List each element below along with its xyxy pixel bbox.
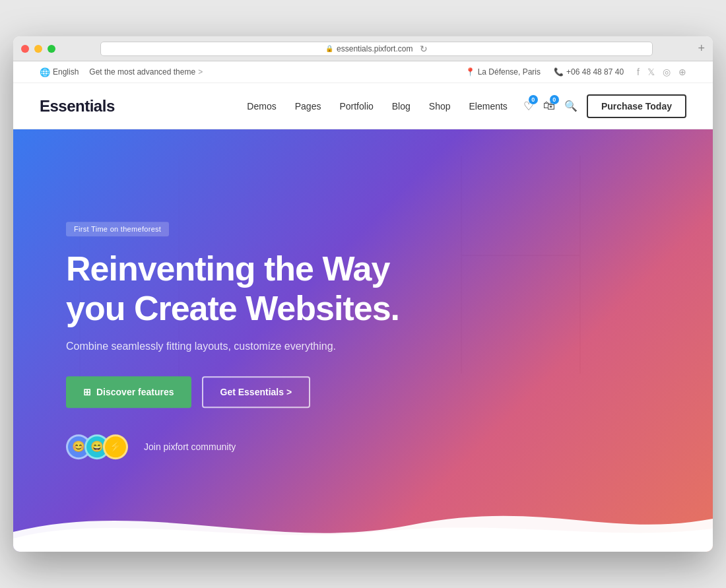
discover-label: Discover features <box>96 387 174 397</box>
wishlist-count: 0 <box>529 95 538 104</box>
nav-link-portfolio[interactable]: Portfolio <box>339 101 373 112</box>
phone-icon: 📞 <box>554 67 564 77</box>
topbar: 🌐 English Get the most advanced theme > … <box>13 61 713 83</box>
language-selector[interactable]: 🌐 English <box>40 67 79 77</box>
instagram-icon[interactable]: ◎ <box>663 67 671 77</box>
community-label: Join pixfort community <box>144 441 236 452</box>
nav-link-demos[interactable]: Demos <box>247 101 276 112</box>
cart-button[interactable]: 🛍 0 <box>543 99 555 113</box>
nav-item-portfolio[interactable]: Portfolio <box>339 100 373 112</box>
url-text: essentials.pixfort.com <box>337 44 412 53</box>
hero-section: First Time on themeforest Reinventing th… <box>13 129 713 552</box>
hero-buttons: ⊞ Discover features Get Essentials > <box>66 376 399 408</box>
dribbble-icon[interactable]: ⊕ <box>678 67 686 77</box>
address-bar[interactable]: 🔒 essentials.pixfort.com ↻ <box>100 42 653 56</box>
hero-wave <box>13 499 713 552</box>
phone-number: +06 48 48 87 40 <box>566 67 624 77</box>
nav-item-blog[interactable]: Blog <box>392 100 411 112</box>
promo-text: Get the most advanced theme <box>89 67 195 77</box>
browser-window: 🔒 essentials.pixfort.com ↻ + 🌐 English G… <box>13 36 713 552</box>
language-label: English <box>53 67 79 77</box>
search-icon: 🔍 <box>564 100 578 112</box>
nav-item-shop[interactable]: Shop <box>429 100 451 112</box>
phone-info[interactable]: 📞 +06 48 48 87 40 <box>554 67 624 77</box>
nav-item-elements[interactable]: Elements <box>469 100 508 112</box>
location-icon: 📍 <box>465 67 475 77</box>
wishlist-button[interactable]: ♡ 0 <box>523 99 534 114</box>
website-content: 🌐 English Get the most advanced theme > … <box>13 61 713 552</box>
avatar-3: ⚡ <box>103 434 128 459</box>
globe-icon: 🌐 <box>40 67 50 77</box>
topbar-left: 🌐 English Get the most advanced theme > <box>40 67 203 77</box>
close-button[interactable] <box>21 45 29 53</box>
community-avatars: 😊 😄 ⚡ <box>66 434 121 459</box>
site-logo[interactable]: Essentials <box>40 97 115 115</box>
get-label: Get Essentials > <box>220 387 292 397</box>
topbar-right: 📍 La Défense, Paris 📞 +06 48 48 87 40 f … <box>465 67 686 77</box>
nav-item-demos[interactable]: Demos <box>247 100 276 112</box>
refresh-icon[interactable]: ↻ <box>420 44 428 54</box>
facebook-icon[interactable]: f <box>637 67 640 77</box>
maximize-button[interactable] <box>48 45 55 53</box>
navbar: Essentials Demos Pages Portfolio Blog Sh… <box>13 83 713 129</box>
promo-arrow: > <box>198 67 203 77</box>
search-button[interactable]: 🔍 <box>564 100 578 112</box>
main-nav: Demos Pages Portfolio Blog Shop Elements <box>247 100 508 112</box>
nav-link-shop[interactable]: Shop <box>429 101 451 112</box>
nav-link-elements[interactable]: Elements <box>469 101 508 112</box>
community-section[interactable]: 😊 😄 ⚡ Join pixfort community <box>66 434 399 459</box>
hero-title: Reinventing the Way you Create Websites. <box>66 249 399 329</box>
social-links: f 𝕏 ◎ ⊕ <box>637 67 686 77</box>
lock-icon: 🔒 <box>325 45 333 52</box>
hero-subtitle: Combine seamlessly fitting layouts, cust… <box>66 341 399 352</box>
nav-link-blog[interactable]: Blog <box>392 101 411 112</box>
grid-icon: ⊞ <box>83 387 91 397</box>
discover-features-button[interactable]: ⊞ Discover features <box>66 376 191 408</box>
navbar-actions: ♡ 0 🛍 0 🔍 Purchase Today <box>523 94 686 118</box>
hero-content: First Time on themeforest Reinventing th… <box>66 222 399 459</box>
hero-badge: First Time on themeforest <box>66 222 169 236</box>
get-essentials-button[interactable]: Get Essentials > <box>202 376 311 408</box>
location-info: 📍 La Défense, Paris <box>465 67 541 77</box>
cart-count: 0 <box>550 95 559 104</box>
nav-item-pages[interactable]: Pages <box>295 100 321 112</box>
hero-title-line2: you Create Websites. <box>66 289 399 327</box>
hero-title-line1: Reinventing the Way <box>66 249 389 288</box>
nav-link-pages[interactable]: Pages <box>295 101 321 112</box>
twitter-icon[interactable]: 𝕏 <box>647 67 655 77</box>
new-tab-button[interactable]: + <box>698 42 705 55</box>
purchase-today-button[interactable]: Purchase Today <box>587 94 686 118</box>
location-text: La Défense, Paris <box>478 67 541 77</box>
browser-titlebar: 🔒 essentials.pixfort.com ↻ + <box>13 36 713 61</box>
minimize-button[interactable] <box>34 45 42 53</box>
promo-link[interactable]: Get the most advanced theme > <box>89 67 203 77</box>
